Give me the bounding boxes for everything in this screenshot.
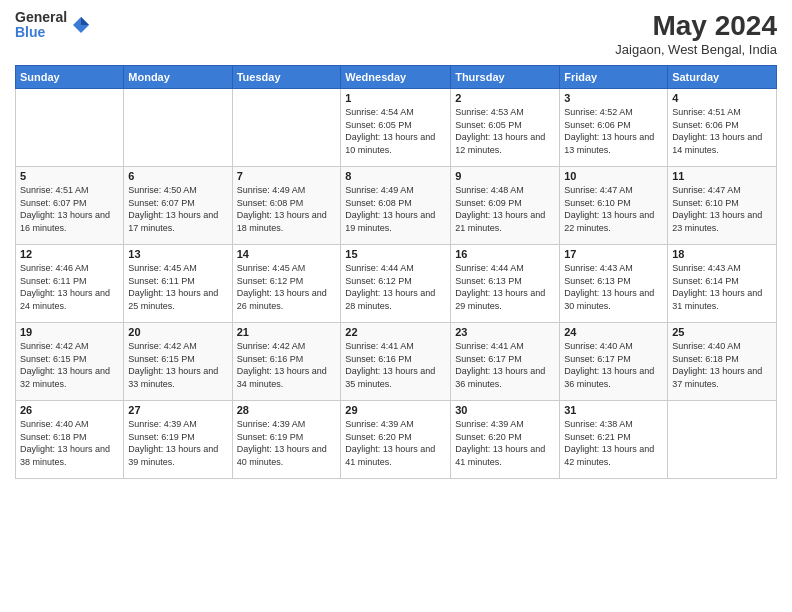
day-info: Sunrise: 4:39 AM Sunset: 6:19 PM Dayligh…	[128, 418, 227, 468]
day-cell: 21Sunrise: 4:42 AM Sunset: 6:16 PM Dayli…	[232, 323, 341, 401]
week-row-2: 12Sunrise: 4:46 AM Sunset: 6:11 PM Dayli…	[16, 245, 777, 323]
day-cell: 2Sunrise: 4:53 AM Sunset: 6:05 PM Daylig…	[451, 89, 560, 167]
day-number: 31	[564, 404, 663, 416]
day-number: 26	[20, 404, 119, 416]
calendar-body: 1Sunrise: 4:54 AM Sunset: 6:05 PM Daylig…	[16, 89, 777, 479]
day-info: Sunrise: 4:44 AM Sunset: 6:12 PM Dayligh…	[345, 262, 446, 312]
header-row: Sunday Monday Tuesday Wednesday Thursday…	[16, 66, 777, 89]
day-number: 15	[345, 248, 446, 260]
day-cell: 29Sunrise: 4:39 AM Sunset: 6:20 PM Dayli…	[341, 401, 451, 479]
day-number: 11	[672, 170, 772, 182]
day-number: 10	[564, 170, 663, 182]
day-info: Sunrise: 4:38 AM Sunset: 6:21 PM Dayligh…	[564, 418, 663, 468]
day-number: 2	[455, 92, 555, 104]
day-number: 5	[20, 170, 119, 182]
day-info: Sunrise: 4:53 AM Sunset: 6:05 PM Dayligh…	[455, 106, 555, 156]
day-cell: 17Sunrise: 4:43 AM Sunset: 6:13 PM Dayli…	[560, 245, 668, 323]
week-row-0: 1Sunrise: 4:54 AM Sunset: 6:05 PM Daylig…	[16, 89, 777, 167]
day-info: Sunrise: 4:43 AM Sunset: 6:13 PM Dayligh…	[564, 262, 663, 312]
title-block: May 2024 Jaigaon, West Bengal, India	[615, 10, 777, 57]
day-cell: 7Sunrise: 4:49 AM Sunset: 6:08 PM Daylig…	[232, 167, 341, 245]
day-cell: 16Sunrise: 4:44 AM Sunset: 6:13 PM Dayli…	[451, 245, 560, 323]
day-info: Sunrise: 4:40 AM Sunset: 6:18 PM Dayligh…	[20, 418, 119, 468]
week-row-1: 5Sunrise: 4:51 AM Sunset: 6:07 PM Daylig…	[16, 167, 777, 245]
header: General Blue May 2024 Jaigaon, West Beng…	[15, 10, 777, 57]
day-number: 8	[345, 170, 446, 182]
day-number: 20	[128, 326, 227, 338]
day-cell: 18Sunrise: 4:43 AM Sunset: 6:14 PM Dayli…	[668, 245, 777, 323]
day-info: Sunrise: 4:49 AM Sunset: 6:08 PM Dayligh…	[345, 184, 446, 234]
day-number: 24	[564, 326, 663, 338]
day-info: Sunrise: 4:40 AM Sunset: 6:17 PM Dayligh…	[564, 340, 663, 390]
day-info: Sunrise: 4:45 AM Sunset: 6:11 PM Dayligh…	[128, 262, 227, 312]
day-cell	[16, 89, 124, 167]
day-number: 4	[672, 92, 772, 104]
logo-general: General	[15, 10, 67, 25]
day-number: 17	[564, 248, 663, 260]
day-cell: 19Sunrise: 4:42 AM Sunset: 6:15 PM Dayli…	[16, 323, 124, 401]
day-info: Sunrise: 4:51 AM Sunset: 6:07 PM Dayligh…	[20, 184, 119, 234]
day-number: 21	[237, 326, 337, 338]
day-cell: 25Sunrise: 4:40 AM Sunset: 6:18 PM Dayli…	[668, 323, 777, 401]
logo-icon	[71, 15, 91, 35]
day-cell: 26Sunrise: 4:40 AM Sunset: 6:18 PM Dayli…	[16, 401, 124, 479]
col-sunday: Sunday	[16, 66, 124, 89]
logo: General Blue	[15, 10, 91, 41]
day-cell: 27Sunrise: 4:39 AM Sunset: 6:19 PM Dayli…	[124, 401, 232, 479]
day-info: Sunrise: 4:54 AM Sunset: 6:05 PM Dayligh…	[345, 106, 446, 156]
day-cell: 6Sunrise: 4:50 AM Sunset: 6:07 PM Daylig…	[124, 167, 232, 245]
day-cell: 5Sunrise: 4:51 AM Sunset: 6:07 PM Daylig…	[16, 167, 124, 245]
day-cell: 8Sunrise: 4:49 AM Sunset: 6:08 PM Daylig…	[341, 167, 451, 245]
svg-marker-1	[81, 17, 89, 25]
day-number: 22	[345, 326, 446, 338]
week-row-4: 26Sunrise: 4:40 AM Sunset: 6:18 PM Dayli…	[16, 401, 777, 479]
location: Jaigaon, West Bengal, India	[615, 42, 777, 57]
day-cell: 14Sunrise: 4:45 AM Sunset: 6:12 PM Dayli…	[232, 245, 341, 323]
day-info: Sunrise: 4:41 AM Sunset: 6:16 PM Dayligh…	[345, 340, 446, 390]
col-wednesday: Wednesday	[341, 66, 451, 89]
day-cell: 11Sunrise: 4:47 AM Sunset: 6:10 PM Dayli…	[668, 167, 777, 245]
day-cell	[124, 89, 232, 167]
day-cell: 12Sunrise: 4:46 AM Sunset: 6:11 PM Dayli…	[16, 245, 124, 323]
day-info: Sunrise: 4:39 AM Sunset: 6:20 PM Dayligh…	[345, 418, 446, 468]
day-info: Sunrise: 4:48 AM Sunset: 6:09 PM Dayligh…	[455, 184, 555, 234]
day-number: 27	[128, 404, 227, 416]
day-info: Sunrise: 4:39 AM Sunset: 6:19 PM Dayligh…	[237, 418, 337, 468]
day-cell: 30Sunrise: 4:39 AM Sunset: 6:20 PM Dayli…	[451, 401, 560, 479]
month-title: May 2024	[615, 10, 777, 42]
day-info: Sunrise: 4:41 AM Sunset: 6:17 PM Dayligh…	[455, 340, 555, 390]
day-number: 13	[128, 248, 227, 260]
day-number: 18	[672, 248, 772, 260]
page: General Blue May 2024 Jaigaon, West Beng…	[0, 0, 792, 612]
day-info: Sunrise: 4:49 AM Sunset: 6:08 PM Dayligh…	[237, 184, 337, 234]
day-info: Sunrise: 4:44 AM Sunset: 6:13 PM Dayligh…	[455, 262, 555, 312]
day-cell: 24Sunrise: 4:40 AM Sunset: 6:17 PM Dayli…	[560, 323, 668, 401]
day-number: 23	[455, 326, 555, 338]
day-number: 3	[564, 92, 663, 104]
day-number: 19	[20, 326, 119, 338]
day-info: Sunrise: 4:42 AM Sunset: 6:15 PM Dayligh…	[20, 340, 119, 390]
day-cell: 23Sunrise: 4:41 AM Sunset: 6:17 PM Dayli…	[451, 323, 560, 401]
calendar: Sunday Monday Tuesday Wednesday Thursday…	[15, 65, 777, 479]
day-number: 1	[345, 92, 446, 104]
day-cell: 22Sunrise: 4:41 AM Sunset: 6:16 PM Dayli…	[341, 323, 451, 401]
day-number: 7	[237, 170, 337, 182]
col-friday: Friday	[560, 66, 668, 89]
day-cell: 20Sunrise: 4:42 AM Sunset: 6:15 PM Dayli…	[124, 323, 232, 401]
logo-blue: Blue	[15, 25, 67, 40]
day-cell: 3Sunrise: 4:52 AM Sunset: 6:06 PM Daylig…	[560, 89, 668, 167]
day-cell: 15Sunrise: 4:44 AM Sunset: 6:12 PM Dayli…	[341, 245, 451, 323]
day-cell: 10Sunrise: 4:47 AM Sunset: 6:10 PM Dayli…	[560, 167, 668, 245]
day-cell: 13Sunrise: 4:45 AM Sunset: 6:11 PM Dayli…	[124, 245, 232, 323]
day-number: 9	[455, 170, 555, 182]
col-thursday: Thursday	[451, 66, 560, 89]
day-info: Sunrise: 4:52 AM Sunset: 6:06 PM Dayligh…	[564, 106, 663, 156]
day-cell: 31Sunrise: 4:38 AM Sunset: 6:21 PM Dayli…	[560, 401, 668, 479]
day-info: Sunrise: 4:39 AM Sunset: 6:20 PM Dayligh…	[455, 418, 555, 468]
day-info: Sunrise: 4:51 AM Sunset: 6:06 PM Dayligh…	[672, 106, 772, 156]
day-info: Sunrise: 4:45 AM Sunset: 6:12 PM Dayligh…	[237, 262, 337, 312]
day-info: Sunrise: 4:47 AM Sunset: 6:10 PM Dayligh…	[564, 184, 663, 234]
day-number: 25	[672, 326, 772, 338]
day-cell	[232, 89, 341, 167]
day-cell: 28Sunrise: 4:39 AM Sunset: 6:19 PM Dayli…	[232, 401, 341, 479]
